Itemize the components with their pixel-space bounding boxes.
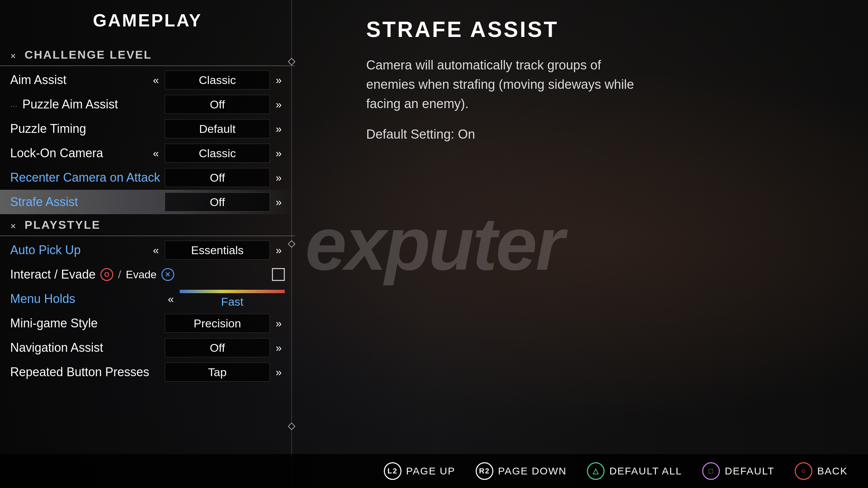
- repeated-button-presses-control: Tap »: [165, 363, 285, 382]
- puzzle-timing-right-arrow[interactable]: »: [273, 123, 285, 135]
- section-header-playstyle: PLAYSTYLE: [0, 214, 295, 236]
- puzzle-aim-assist-control: Off »: [165, 95, 285, 114]
- lock-on-camera-label: Lock-On Camera: [10, 146, 150, 160]
- puzzle-aim-assist-right-arrow[interactable]: »: [273, 98, 285, 111]
- timeline-marker-top: [288, 58, 296, 66]
- menu-holds-control: « Fast: [165, 290, 285, 308]
- square-indicator: [272, 268, 285, 281]
- mini-game-style-value: Precision: [165, 314, 270, 333]
- page-up-label: PAGE UP: [406, 465, 455, 477]
- setting-item-interact-evade[interactable]: Interact / Evade O / Evade ✕: [0, 262, 295, 287]
- timeline-top: [291, 0, 292, 59]
- timeline-bot: [291, 247, 292, 424]
- setting-item-navigation-assist[interactable]: Navigation Assist Off »: [0, 336, 295, 360]
- repeated-button-presses-label: Repeated Button Presses: [10, 365, 165, 379]
- detail-description: Camera will automatically track groups o…: [366, 56, 637, 114]
- l2-button: L2: [384, 462, 401, 480]
- repeated-button-presses-value: Tap: [165, 363, 270, 382]
- recenter-camera-control: Off »: [165, 168, 285, 187]
- aim-assist-value: Classic: [165, 70, 270, 89]
- triangle-button: △: [587, 462, 605, 480]
- aim-assist-left-arrow[interactable]: «: [150, 74, 162, 86]
- puzzle-timing-value: Default: [165, 119, 270, 138]
- page-down-action: R2 PAGE DOWN: [476, 462, 567, 480]
- menu-holds-bar: [180, 290, 285, 293]
- auto-pick-up-control: « Essentials »: [150, 241, 285, 260]
- strafe-assist-right-arrow[interactable]: »: [273, 196, 285, 208]
- detail-default: Default Setting: On: [366, 127, 841, 142]
- lock-on-camera-value: Classic: [165, 144, 270, 163]
- setting-item-strafe-assist[interactable]: Strafe Assist Off »: [0, 190, 295, 214]
- setting-item-puzzle-timing[interactable]: Puzzle Timing Default »: [0, 117, 295, 141]
- interact-evade-control: [272, 268, 285, 281]
- page-up-action: L2 PAGE UP: [384, 462, 455, 480]
- interact-icons: O: [100, 268, 113, 281]
- lock-on-camera-control: « Classic »: [150, 144, 285, 163]
- navigation-assist-control: Off »: [165, 338, 285, 357]
- lock-on-camera-left-arrow[interactable]: «: [150, 147, 162, 160]
- default-all-action: △ DEFAULT ALL: [587, 462, 682, 480]
- timeline-marker-bot: [288, 423, 296, 430]
- lock-on-camera-right-arrow[interactable]: »: [273, 147, 285, 160]
- evade-icons: ✕: [161, 268, 174, 281]
- menu-holds-label: Menu Holds: [10, 292, 165, 306]
- menu-holds-value: Fast: [221, 295, 243, 308]
- recenter-camera-label: Recenter Camera on Attack: [10, 170, 165, 185]
- navigation-assist-right-arrow[interactable]: »: [273, 342, 285, 354]
- setting-item-puzzle-aim-assist[interactable]: … Puzzle Aim Assist Off »: [0, 92, 295, 117]
- mini-game-style-right-arrow[interactable]: »: [273, 317, 285, 330]
- left-panel: GAMEPLAY CHALLENGE LEVEL Aim Assist « Cl…: [0, 0, 295, 488]
- puzzle-timing-label: Puzzle Timing: [10, 122, 165, 136]
- strafe-assist-label: Strafe Assist: [10, 195, 165, 209]
- detail-title: STRAFE ASSIST: [366, 17, 841, 42]
- right-panel: STRAFE ASSIST Camera will automatically …: [339, 0, 868, 488]
- default-all-label: DEFAULT ALL: [609, 465, 682, 477]
- square-button: □: [702, 462, 720, 480]
- timeline-marker-mid: [288, 240, 296, 248]
- strafe-assist-control: Off »: [165, 192, 285, 211]
- back-action: ○ BACK: [795, 462, 848, 480]
- r2-button: R2: [476, 462, 493, 480]
- aim-assist-label: Aim Assist: [10, 73, 150, 87]
- default-label: DEFAULT: [725, 465, 774, 477]
- section-header-challenge: CHALLENGE LEVEL: [0, 44, 295, 66]
- setting-item-lock-on-camera[interactable]: Lock-On Camera « Classic »: [0, 141, 295, 165]
- setting-item-auto-pick-up[interactable]: Auto Pick Up « Essentials »: [0, 238, 295, 262]
- recenter-camera-right-arrow[interactable]: »: [273, 171, 285, 184]
- mini-game-style-label: Mini-game Style: [10, 316, 165, 330]
- x-button-icon: ✕: [161, 268, 174, 281]
- evade-text: Evade: [126, 268, 157, 281]
- setting-item-repeated-button-presses[interactable]: Repeated Button Presses Tap »: [0, 360, 295, 384]
- mini-game-style-control: Precision »: [165, 314, 285, 333]
- auto-pick-up-left-arrow[interactable]: «: [150, 244, 162, 257]
- interact-evade-label: Interact / Evade O / Evade ✕: [10, 267, 272, 282]
- settings-list: CHALLENGE LEVEL Aim Assist « Classic » ……: [0, 44, 295, 384]
- aim-assist-control: « Classic »: [150, 70, 285, 89]
- page-down-label: PAGE DOWN: [498, 465, 567, 477]
- auto-pick-up-label: Auto Pick Up: [10, 243, 150, 257]
- setting-item-mini-game-style[interactable]: Mini-game Style Precision »: [0, 311, 295, 336]
- default-action: □ DEFAULT: [702, 462, 774, 480]
- slash-separator: /: [118, 268, 121, 281]
- repeated-button-presses-right-arrow[interactable]: »: [273, 366, 285, 379]
- setting-item-aim-assist[interactable]: Aim Assist « Classic »: [0, 68, 295, 92]
- puzzle-aim-assist-label: … Puzzle Aim Assist: [10, 97, 165, 111]
- bottom-bar: L2 PAGE UP R2 PAGE DOWN △ DEFAULT ALL □ …: [0, 454, 868, 488]
- auto-pick-up-value: Essentials: [165, 241, 270, 260]
- navigation-assist-value: Off: [165, 338, 270, 357]
- strafe-assist-value: Off: [165, 192, 270, 211]
- menu-holds-left-arrow[interactable]: «: [165, 293, 177, 305]
- circle-button: ○: [795, 462, 812, 480]
- setting-item-menu-holds[interactable]: Menu Holds « Fast: [0, 287, 295, 311]
- circle-button-icon: O: [100, 268, 113, 281]
- back-label: BACK: [817, 465, 848, 477]
- recenter-camera-value: Off: [165, 168, 270, 187]
- auto-pick-up-right-arrow[interactable]: »: [273, 244, 285, 257]
- setting-item-recenter-camera[interactable]: Recenter Camera on Attack Off »: [0, 165, 295, 190]
- page-title: GAMEPLAY: [0, 10, 295, 34]
- navigation-assist-label: Navigation Assist: [10, 341, 165, 355]
- puzzle-aim-assist-value: Off: [165, 95, 270, 114]
- puzzle-timing-control: Default »: [165, 119, 285, 138]
- sub-icon: …: [10, 100, 18, 109]
- aim-assist-right-arrow[interactable]: »: [273, 74, 285, 86]
